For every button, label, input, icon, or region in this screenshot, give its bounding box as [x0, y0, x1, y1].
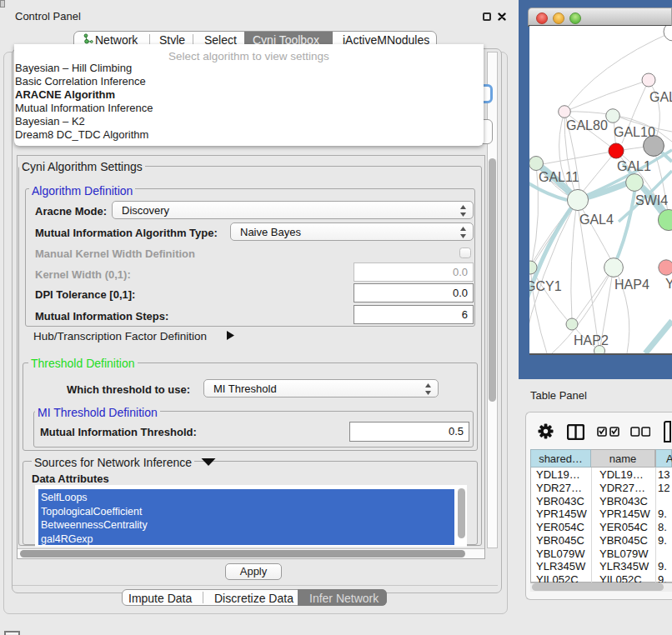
svg-text:GAL4: GAL4 — [579, 212, 614, 227]
svg-text:Y: Y — [665, 277, 672, 291]
svg-text:GAL80: GAL80 — [566, 118, 608, 132]
svg-text:GAL: GAL — [649, 90, 672, 104]
svg-text:GAL1: GAL1 — [617, 159, 651, 173]
svg-text:SWI4: SWI4 — [635, 193, 668, 208]
svg-text:HAP4: HAP4 — [614, 278, 649, 292]
svg-text:GCY1: GCY1 — [529, 279, 562, 293]
svg-text:GAL10: GAL10 — [614, 125, 655, 139]
svg-text:GAL11: GAL11 — [539, 170, 579, 184]
svg-text:HAP2: HAP2 — [574, 333, 609, 348]
